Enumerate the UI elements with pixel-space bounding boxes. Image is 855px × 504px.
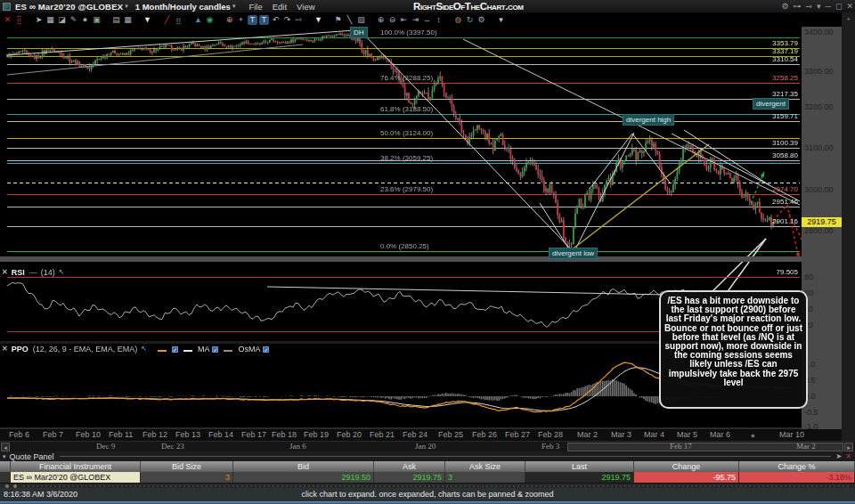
rsi-pointer-icon[interactable]: ↖: [59, 268, 65, 276]
right-side-strip: ⊞+: [842, 0, 855, 467]
quote-col-header[interactable]: [0, 461, 11, 472]
quote-close-icon[interactable]: ✕: [845, 452, 851, 460]
zoom-out-icon[interactable]: ⊖: [387, 13, 398, 27]
menu-view[interactable]: View: [297, 2, 314, 12]
pin-caret-icon[interactable]: ▾: [817, 0, 821, 12]
style-dropdown-icon[interactable]: ▼: [142, 13, 153, 27]
forward-icon[interactable]: ⇨: [293, 13, 305, 27]
quote-collapse-caret-icon[interactable]: ▾: [3, 453, 6, 460]
ppo-legend-checkbox[interactable]: ✓: [212, 346, 218, 353]
scroll-right-button[interactable]: ▸: [844, 443, 853, 451]
quote-data-row[interactable]: ES ∞ Mar20'20 @GLOBEX32919.502919.753291…: [0, 472, 855, 483]
quote-col-header[interactable]: Ask: [374, 461, 445, 472]
trendline-red-icon[interactable]: ╱: [161, 13, 173, 27]
maximize-icon[interactable]: ◻: [835, 0, 842, 12]
time-axis-label: Feb 27: [505, 430, 530, 439]
wrench-icon[interactable]: ⚙: [476, 13, 487, 27]
close-icon[interactable]: ✕: [846, 0, 853, 12]
flag-icon[interactable]: ⚑: [332, 13, 344, 27]
ppo-legend-checkbox[interactable]: ✓: [172, 346, 178, 353]
symbol-label[interactable]: ES ∞ Mar20'20 @GLOBEX: [15, 2, 123, 12]
redo-icon[interactable]: ↷: [281, 13, 293, 27]
menu-file[interactable]: File: [248, 2, 262, 12]
globe-icon[interactable]: ◍: [452, 13, 464, 27]
time-axis-label: Feb 11: [109, 430, 133, 439]
quote-col-header[interactable]: Last: [525, 461, 634, 472]
rsi-params: (14): [41, 268, 55, 277]
sphere-marker-icon[interactable]: ◉: [204, 13, 216, 27]
fib-level-label: 0.0% (2850.25): [380, 242, 429, 250]
time-axis-label: Mar 3: [611, 430, 631, 439]
timeframe-label[interactable]: 1 Month/Hourly candles: [135, 2, 231, 12]
tools-dropdown-icon[interactable]: ▼: [313, 13, 324, 27]
time-axis-label: ◆: [751, 432, 755, 438]
price-level-label: 3058.80: [736, 151, 798, 159]
pin-icon[interactable]: ⊸: [806, 0, 813, 12]
price-level-label: 3310.54: [736, 55, 798, 63]
image-icon[interactable]: ▣: [91, 13, 102, 27]
ppo-pointer-icon[interactable]: ↖: [141, 345, 147, 353]
scroll-left-button[interactable]: ◂: [1, 443, 10, 451]
pan-right-icon[interactable]: ⇥: [410, 13, 421, 27]
minimize-icon[interactable]: ─: [826, 0, 831, 12]
quote-title-rule: [60, 456, 831, 457]
drawing-set-icon[interactable]: ⣿: [13, 13, 25, 27]
zoom-in-icon[interactable]: ⊕: [375, 13, 387, 27]
text-note-alt-icon[interactable]: T: [259, 15, 269, 25]
symbol-caret-icon[interactable]: ▾: [125, 3, 128, 10]
ppo-close-icon[interactable]: ✕: [2, 345, 8, 353]
timeline-scrollbar[interactable]: Dec 9Dec 23Jan 6Jan 20Feb 3Feb 17Mar 2 ◂…: [0, 441, 855, 451]
quote-col-header[interactable]: Change: [634, 461, 739, 472]
ellipse-icon[interactable]: ●: [79, 13, 91, 27]
link-icon[interactable]: ⊶: [794, 0, 802, 12]
layout-grid-icon[interactable]: ▦: [122, 13, 134, 27]
pencil-icon[interactable]: ✎: [68, 13, 79, 27]
quote-col-header[interactable]: Ask Size: [445, 461, 525, 472]
quote-pointer-icon[interactable]: ➤: [836, 452, 843, 460]
quote-col-header[interactable]: Change %: [739, 461, 855, 472]
pan-left-icon[interactable]: ⇤: [398, 13, 410, 27]
stamp-icon[interactable]: ◪: [56, 13, 68, 27]
rsi-title: RSI: [12, 268, 25, 277]
ppo-legend-checkbox[interactable]: ✓: [263, 346, 269, 353]
time-axis[interactable]: Feb 6Feb 7Feb 10Feb 11Feb 12Feb 13Feb 14…: [0, 429, 842, 441]
price-level-label: 2974.70: [736, 185, 798, 193]
quote-col-header[interactable]: Bid: [233, 461, 374, 472]
crosshair-icon[interactable]: +: [235, 13, 247, 27]
quote-col-header[interactable]: Bid Size: [141, 461, 233, 472]
more-dropdown-icon[interactable]: ▾: [495, 13, 507, 27]
cursor-icon[interactable]: ➤: [33, 13, 45, 27]
brand-watermark: RightSideOfTheChart.com: [413, 0, 524, 12]
time-axis-label: Mar 10: [779, 430, 804, 439]
menu-edit[interactable]: Edit: [273, 2, 287, 12]
price-axis-label: 3100.00: [804, 143, 834, 152]
timeframe-caret-icon[interactable]: ▾: [232, 3, 236, 10]
fit-width-icon[interactable]: ↔: [421, 13, 433, 27]
delete-drawing-icon[interactable]: ✕: [2, 13, 13, 27]
settings-gear-icon[interactable]: ⚙: [781, 0, 788, 12]
time-axis-label: Mar 2: [577, 430, 598, 439]
text-note-icon[interactable]: T: [248, 15, 257, 25]
pattern-tool-icon[interactable]: ▨: [355, 13, 367, 27]
line-tool-icon[interactable]: ╲: [344, 13, 355, 27]
grid-style-icon[interactable]: ▦: [45, 13, 56, 27]
undo-icon[interactable]: ↶: [270, 13, 281, 27]
image-alt-icon[interactable]: ▤: [110, 13, 122, 27]
price-level-label: 3217.35: [736, 90, 798, 98]
rsi-close-icon[interactable]: ✕: [2, 268, 8, 276]
refresh-icon[interactable]: ↻: [464, 13, 476, 27]
price-axis-label: 3200.00: [804, 102, 834, 111]
chart-annotation-note: /ES has a bit more downside to the last …: [659, 290, 808, 409]
time-axis-label: Feb 28: [538, 430, 563, 439]
ppo-title: PPO: [12, 345, 28, 354]
quote-cell-icon: [0, 472, 11, 483]
quote-header-row: Financial InstrumentBid SizeBidAskAsk Si…: [0, 461, 855, 472]
fit-height-icon[interactable]: ↕: [433, 13, 444, 27]
target-icon[interactable]: ⊕: [224, 13, 235, 27]
menu-bar: FileEditView: [239, 2, 314, 12]
candle-type-icon[interactable]: ⣶: [173, 13, 184, 27]
panel-add-icon[interactable]: +: [842, 15, 855, 23]
quote-col-header[interactable]: Financial Instrument: [11, 461, 141, 472]
time-axis-label: Feb 26: [472, 430, 497, 439]
triangle-marker-icon[interactable]: ▲: [192, 13, 204, 27]
